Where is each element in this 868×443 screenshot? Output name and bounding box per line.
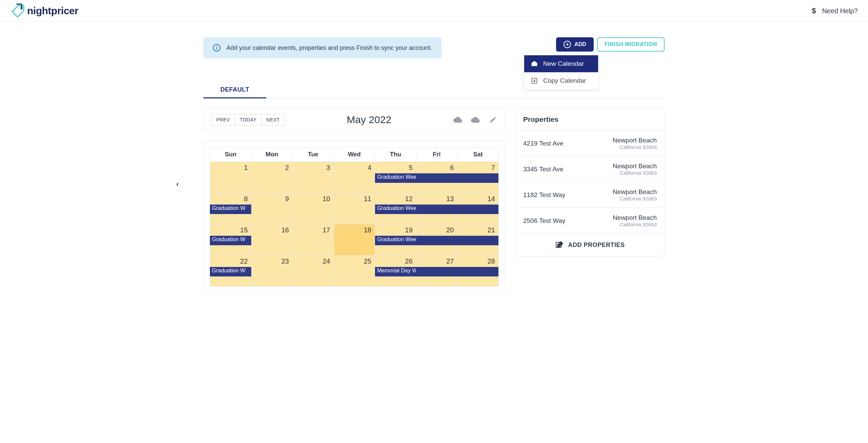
- property-region: California 92663: [613, 170, 657, 176]
- calendar-grid: Sun Mon Tue Wed Thu Fri Sat 12345Graduat…: [210, 147, 499, 287]
- calendar-actions: [453, 115, 497, 124]
- calendar-event-bar[interactable]: Graduation W: [210, 267, 251, 276]
- collapse-sidebar-icon[interactable]: ‹: [176, 180, 179, 189]
- calendar-week-row: 12345Graduation Weekend '22 #167: [210, 162, 499, 193]
- property-city: Newport Beach: [613, 137, 657, 144]
- calendar-event-bar[interactable]: [416, 267, 458, 276]
- dropdown-copy-calendar[interactable]: Copy Calendar: [524, 72, 598, 89]
- calendar-grid-card: Sun Mon Tue Wed Thu Fri Sat 12345Graduat…: [203, 141, 505, 293]
- day-number: 23: [281, 257, 289, 265]
- top-bar: nightpricer $ Need Help?: [0, 0, 868, 22]
- calendar-day-cell[interactable]: 14: [457, 193, 499, 224]
- dropdown-new-calendar[interactable]: New Calendar: [524, 55, 598, 72]
- property-city: Newport Beach: [613, 214, 657, 221]
- top-right: $ Need Help?: [812, 6, 858, 15]
- calendar-day-cell[interactable]: 20: [416, 224, 457, 255]
- properties-title: Properties: [516, 109, 664, 130]
- calendar-day-cell[interactable]: 11: [334, 193, 375, 224]
- calendar-day-cell[interactable]: 10: [293, 193, 334, 224]
- property-row[interactable]: 3345 Test AveNewport BeachCalifornia 926…: [516, 156, 664, 182]
- calendar-event-bar[interactable]: Graduation W: [210, 205, 251, 214]
- calendar-day-cell[interactable]: 13: [416, 193, 457, 224]
- edit-icon[interactable]: [489, 115, 497, 124]
- calendar-day-cell[interactable]: 17: [293, 224, 334, 255]
- calendar-day-cell[interactable]: 18: [334, 224, 375, 255]
- property-row[interactable]: 2506 Test WayNewport BeachCalifornia 926…: [516, 208, 664, 233]
- day-number: 20: [446, 226, 454, 234]
- calendar-event-bar[interactable]: [416, 205, 458, 214]
- property-region: California 92663: [613, 144, 657, 150]
- calendar-day-cell[interactable]: 21: [457, 224, 499, 255]
- calendar-event-bar[interactable]: Graduation Weekend '22 #1: [375, 173, 416, 183]
- calendar-event-bar[interactable]: [457, 173, 498, 183]
- logo[interactable]: nightpricer: [10, 3, 78, 18]
- calendar-day-cell[interactable]: 4: [334, 162, 375, 193]
- day-number: 5: [409, 164, 413, 172]
- calendar-day-cell[interactable]: 6: [416, 162, 457, 193]
- info-icon: i: [213, 44, 220, 52]
- calendar-day-cell[interactable]: 2: [251, 162, 293, 193]
- calendar-event-bar[interactable]: Graduation W: [210, 236, 251, 245]
- calendar-day-cell[interactable]: 3: [293, 162, 334, 193]
- calendar-day-cell[interactable]: 24: [293, 255, 334, 287]
- prev-button[interactable]: PREV: [212, 114, 235, 125]
- dropdown-item-label: Copy Calendar: [543, 77, 586, 84]
- calendar-day-cell[interactable]: 9: [251, 193, 293, 224]
- calendar-event-bar[interactable]: [457, 236, 498, 245]
- property-location: Newport BeachCalifornia 92663: [613, 188, 657, 201]
- property-location: Newport BeachCalifornia 92663: [613, 137, 657, 150]
- calendar-day-cell[interactable]: 8Graduation W: [210, 193, 252, 224]
- calendar-day-cell[interactable]: 23: [251, 255, 293, 287]
- calendar-day-cell[interactable]: 28: [457, 255, 499, 287]
- calendar-event-bar[interactable]: Graduation Weekend '22 #2: [375, 205, 416, 214]
- day-number: 15: [240, 226, 248, 234]
- day-number: 10: [322, 195, 330, 203]
- day-number: 26: [405, 257, 413, 265]
- add-button-label: ADD: [574, 41, 586, 47]
- calendar-header: PREV TODAY NEXT May 2022: [203, 108, 505, 131]
- day-number: 12: [405, 195, 413, 203]
- property-region: California 92663: [613, 196, 657, 201]
- calendar-day-cell[interactable]: 1: [210, 162, 252, 193]
- info-banner: i Add your calendar events, properties a…: [203, 37, 441, 58]
- calendar-day-cell[interactable]: 16: [251, 224, 293, 255]
- dow-mon: Mon: [251, 148, 293, 162]
- calendar-event-bar[interactable]: [457, 267, 498, 276]
- calendar-day-cell[interactable]: 5Graduation Weekend '22 #1: [375, 162, 416, 193]
- dow-thu: Thu: [375, 148, 416, 162]
- calendar-event-bar[interactable]: [416, 236, 458, 245]
- calendar-day-cell[interactable]: 26Memorial Day Weekend '21: [375, 255, 416, 287]
- calendar-day-cell[interactable]: 22Graduation W: [210, 255, 252, 287]
- info-text: Add your calendar events, properties and…: [226, 44, 432, 52]
- help-link[interactable]: Need Help?: [822, 7, 858, 15]
- calendar-day-cell[interactable]: 12Graduation Weekend '22 #2: [375, 193, 416, 224]
- add-properties-button[interactable]: ADD PROPERTIES: [516, 233, 664, 256]
- property-city: Newport Beach: [613, 188, 657, 196]
- property-name: 2506 Test Way: [523, 217, 566, 225]
- cloud-download-icon[interactable]: [471, 115, 480, 124]
- next-button[interactable]: NEXT: [262, 114, 284, 125]
- property-row[interactable]: 1182 Test WayNewport BeachCalifornia 926…: [516, 182, 664, 208]
- calendar-event-bar[interactable]: Graduation Weekend '22 #3: [375, 236, 416, 245]
- calendar-event-bar[interactable]: Memorial Day Weekend '21: [375, 267, 416, 276]
- calendar-week-row: 8Graduation W9101112Graduation Weekend '…: [210, 193, 499, 224]
- calendar-day-cell[interactable]: 15Graduation W: [210, 224, 252, 255]
- finish-migration-button[interactable]: FINISH MIGRATION: [597, 37, 665, 52]
- currency-icon[interactable]: $: [812, 6, 816, 15]
- calendar-event-bar[interactable]: [457, 205, 498, 214]
- property-row[interactable]: 4219 Test AveNewport BeachCalifornia 926…: [516, 130, 664, 156]
- calendar-day-cell[interactable]: 19Graduation Weekend '22 #3: [375, 224, 416, 255]
- add-button[interactable]: + ADD: [556, 37, 594, 52]
- calendar-day-cell[interactable]: 25: [334, 255, 375, 287]
- calendar-day-cell[interactable]: 7: [457, 162, 499, 193]
- calendar-week-row: 22Graduation W23242526Memorial Day Weeke…: [210, 255, 499, 287]
- day-number: 25: [364, 257, 371, 265]
- tab-default[interactable]: DEFAULT: [203, 82, 266, 98]
- action-buttons: + ADD FINISH MIGRATION: [556, 37, 665, 52]
- mail-open-icon: [531, 60, 538, 67]
- day-number: 28: [488, 257, 495, 265]
- cloud-upload-icon[interactable]: [453, 115, 462, 124]
- calendar-event-bar[interactable]: [416, 173, 458, 183]
- today-button[interactable]: TODAY: [235, 114, 261, 125]
- calendar-day-cell[interactable]: 27: [416, 255, 457, 287]
